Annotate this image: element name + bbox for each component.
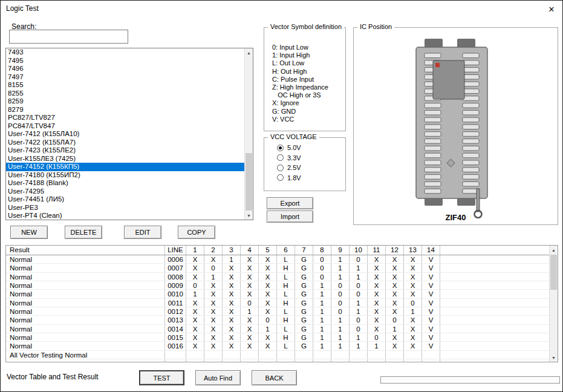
- list-item[interactable]: 7497: [6, 73, 244, 82]
- table-cell: 0: [331, 299, 350, 307]
- import-button[interactable]: Import: [267, 211, 313, 223]
- table-cell: X: [186, 333, 204, 341]
- table-row[interactable]: Normal0011XXX0XHG101XX0V: [6, 299, 558, 307]
- table-cell: X: [368, 307, 386, 315]
- table-cell: 0011: [165, 299, 186, 307]
- vcc-option-label: 5.0V: [287, 144, 301, 151]
- table-filler-row[interactable]: [6, 359, 558, 362]
- list-item[interactable]: 8259: [6, 97, 244, 106]
- new-button[interactable]: NEW: [10, 226, 48, 239]
- table-cell: 0: [404, 299, 422, 307]
- list-item[interactable]: User-РТ4 (Clean): [6, 212, 244, 220]
- list-item[interactable]: User-7422 (К155ЛА7): [6, 139, 244, 147]
- list-item[interactable]: User-74188 (Blank): [6, 179, 244, 188]
- table-row[interactable]: Normal0016XXXXXLG1111XXV: [6, 342, 558, 350]
- table-cell: X: [223, 264, 241, 272]
- list-item[interactable]: 7493: [6, 48, 244, 57]
- table-cell: [165, 359, 186, 362]
- table-cell: V: [422, 316, 440, 324]
- scroll-down-icon[interactable]: ▼: [550, 353, 558, 362]
- delete-button[interactable]: DELETE: [65, 226, 102, 239]
- auto-find-button[interactable]: Auto Find: [195, 370, 241, 385]
- list-item[interactable]: PC847/LTV847: [6, 122, 244, 131]
- table-cell: 0: [259, 316, 277, 324]
- test-button[interactable]: TEST: [139, 370, 184, 385]
- table-row[interactable]: Normal0012XXX1XLG101XX1V: [6, 307, 558, 316]
- list-item[interactable]: PC827/LTV827: [6, 114, 244, 122]
- table-cell: [295, 359, 313, 362]
- radio-selected-icon[interactable]: [277, 145, 284, 151]
- table-cell: X: [368, 290, 386, 298]
- list-item[interactable]: User-К155ЛЕ3 (7425): [6, 155, 244, 163]
- table-cell: 1: [350, 333, 368, 341]
- list-scrollbar[interactable]: ▲ ▼: [244, 48, 253, 220]
- table-cell: X: [186, 299, 204, 307]
- table-row[interactable]: Normal0006XX1XXLG010XXXV: [6, 255, 558, 264]
- table-cell: 1: [331, 273, 350, 281]
- table-cell: X: [368, 281, 386, 289]
- table-cell: [440, 316, 558, 324]
- table-row[interactable]: Normal0008X1XXXLG011XXXV: [6, 273, 558, 281]
- table-cell: 0: [386, 316, 404, 324]
- radio-icon[interactable]: [277, 165, 284, 171]
- table-cell: X: [186, 255, 204, 263]
- vcc-option[interactable]: 2.5V: [264, 163, 345, 173]
- vcc-option[interactable]: 5.0V: [264, 143, 345, 153]
- list-item[interactable]: User-7412 (К155ЛА10): [6, 130, 244, 139]
- table-cell: [241, 351, 259, 359]
- close-button[interactable]: ✕: [544, 3, 559, 15]
- table-cell: 0016: [165, 342, 186, 350]
- table-header-row: ResultLINE1234567891011121314: [6, 246, 558, 255]
- radio-icon[interactable]: [277, 154, 284, 161]
- vector-symbol-line: 0: Input Low: [272, 44, 328, 51]
- search-input[interactable]: [9, 30, 128, 44]
- table-cell: L: [277, 290, 295, 298]
- list-item[interactable]: 8155: [6, 81, 244, 90]
- table-header-cell: 12: [386, 246, 404, 255]
- vcc-option[interactable]: 3.3V: [264, 153, 345, 163]
- vcc-option[interactable]: 1.8V: [264, 173, 345, 183]
- scrollbar-thumb[interactable]: [246, 153, 252, 211]
- back-button[interactable]: BACK: [252, 370, 297, 385]
- list-item[interactable]: User-7423 (К155ЛЕ2): [6, 146, 244, 155]
- table-row[interactable]: Normal0015XXXXXHG1110XXV: [6, 333, 558, 342]
- list-item[interactable]: 7495: [6, 57, 244, 65]
- chip-list[interactable]: ▲ ▼ 74937495749674978155825582598279PC82…: [5, 48, 253, 220]
- table-cell: G: [295, 299, 313, 307]
- table-scrollbar[interactable]: ▲ ▼: [549, 246, 558, 362]
- scroll-down-icon[interactable]: ▼: [245, 211, 253, 220]
- table-cell: [241, 359, 259, 362]
- list-item[interactable]: User-74451 (ЛИ5): [6, 195, 244, 204]
- table-cell: [440, 359, 558, 362]
- edit-button[interactable]: EDIT: [124, 226, 161, 239]
- list-item[interactable]: 8255: [6, 90, 244, 98]
- table-cell: 1: [331, 264, 350, 272]
- list-item[interactable]: 8279: [6, 106, 244, 114]
- table-cell: 0010: [165, 290, 186, 298]
- copy-button[interactable]: COPY: [178, 226, 215, 239]
- table-cell: [295, 351, 313, 359]
- table-footer-row[interactable]: All Vector Testing Normal: [6, 351, 558, 359]
- table-cell: X: [241, 281, 259, 289]
- list-item[interactable]: User-74180 (К155ИП2): [6, 171, 244, 180]
- table-cell: Normal: [6, 281, 165, 289]
- scroll-up-icon[interactable]: ▲: [245, 48, 253, 57]
- list-item[interactable]: User-74295: [6, 188, 244, 196]
- table-row[interactable]: Normal0014XXXX1LG110X1XV: [6, 325, 558, 333]
- table-cell: X: [186, 316, 204, 324]
- table-row[interactable]: Normal00090XXXXHG100XXXV: [6, 281, 558, 290]
- scroll-up-icon[interactable]: ▲: [550, 246, 558, 254]
- table-row[interactable]: Normal0013XXXX0HG110X0XV: [6, 316, 558, 324]
- scrollbar-thumb[interactable]: [550, 255, 557, 290]
- radio-icon[interactable]: [277, 174, 284, 181]
- list-item[interactable]: User-РЕ3: [6, 204, 244, 212]
- table-cell: V: [422, 342, 440, 350]
- table-cell: [440, 255, 558, 263]
- list-item-selected[interactable]: User-74152 (К155КП5): [6, 163, 244, 171]
- vector-table: ResultLINE1234567891011121314 Normal0006…: [5, 245, 558, 362]
- table-cell: 1: [368, 342, 386, 350]
- export-button[interactable]: Export: [267, 197, 313, 209]
- list-item[interactable]: 7496: [6, 65, 244, 73]
- table-row[interactable]: Normal0007X0XXXHG011XXXV: [6, 264, 558, 272]
- table-row[interactable]: Normal00101XXXXLG100XXXV: [6, 290, 558, 298]
